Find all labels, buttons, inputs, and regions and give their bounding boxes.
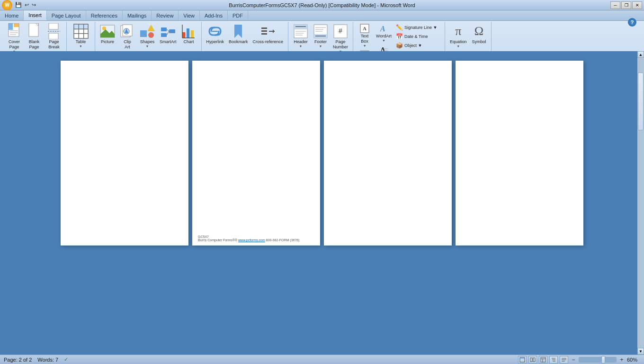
page-1-content: [61, 61, 188, 83]
document-page-2: GC5X7 Burris Computer Forms®® www.pcform…: [192, 61, 320, 83]
restore-button[interactable]: ❐: [621, 1, 631, 9]
object-button[interactable]: 📦 Object ▼: [394, 42, 442, 49]
page-number-icon: #: [333, 24, 348, 39]
svg-text:A: A: [380, 25, 385, 33]
help-button[interactable]: ?: [628, 18, 636, 27]
header-button[interactable]: Header ▼: [291, 23, 310, 49]
wordart-label: WordArt: [376, 34, 392, 39]
smartart-button[interactable]: SmartArt: [158, 23, 179, 46]
svg-line-32: [167, 31, 169, 35]
hyperlink-button[interactable]: Hyperlink: [205, 23, 226, 46]
table-button[interactable]: Table ▼: [72, 23, 90, 49]
svg-rect-46: [294, 25, 307, 29]
blank-page-button[interactable]: BlankPage: [25, 23, 44, 51]
scroll-track[interactable]: [637, 58, 644, 83]
clipart-button[interactable]: ClipArt: [118, 23, 137, 51]
date-time-button[interactable]: 📅 Date & Time: [394, 33, 442, 40]
shapes-label: Shapes: [140, 39, 155, 45]
svg-rect-40: [261, 27, 267, 29]
svg-rect-20: [100, 34, 115, 37]
scroll-up-button[interactable]: ▲: [637, 51, 644, 58]
svg-rect-34: [187, 28, 189, 38]
close-button[interactable]: ✕: [632, 1, 642, 9]
table-arrow: ▼: [79, 45, 82, 48]
tab-pagelayout[interactable]: Page Layout: [47, 10, 86, 20]
svg-rect-2: [14, 23, 19, 27]
page-number-label: PageNumber: [333, 39, 348, 50]
object-label: Object ▼: [404, 43, 422, 48]
redo-quick-button[interactable]: ↪: [31, 2, 37, 8]
smartart-icon: [161, 24, 176, 39]
cross-reference-button[interactable]: Cross-reference: [251, 23, 286, 46]
svg-line-31: [167, 29, 169, 31]
save-quick-button[interactable]: 💾: [14, 2, 23, 8]
cover-page-button[interactable]: CoverPage ▼: [5, 23, 24, 54]
svg-rect-16: [73, 24, 88, 29]
scroll-thumb[interactable]: [638, 73, 644, 83]
document-page-1: [61, 61, 188, 83]
tab-review[interactable]: Review: [152, 10, 179, 20]
undo-quick-button[interactable]: ↩: [24, 2, 30, 8]
wordart-button[interactable]: A WordArt ▼: [374, 23, 394, 43]
window-title: BurrisComputerFormsGC5X7 (Read-Only) [Co…: [0, 2, 644, 8]
shapes-icon: [140, 24, 155, 39]
symbol-icon: Ω: [471, 24, 486, 39]
page-break-button[interactable]: PageBreak: [45, 23, 63, 51]
svg-text:A: A: [363, 26, 367, 31]
tab-addins[interactable]: Add-Ins: [200, 10, 228, 20]
picture-icon: [100, 24, 115, 39]
svg-rect-10: [49, 33, 58, 39]
footer-arrow: ▼: [319, 45, 322, 48]
tab-home[interactable]: Home: [0, 10, 24, 20]
date-time-icon: 📅: [396, 33, 403, 40]
picture-button[interactable]: Picture: [98, 23, 117, 46]
footer-icon: [313, 24, 328, 39]
svg-marker-39: [234, 25, 242, 38]
document-page-4: [456, 61, 583, 83]
ribbon-tabs: Home Insert Page Layout References Maili…: [0, 10, 644, 21]
equation-arrow: ▼: [456, 45, 460, 48]
chart-icon: [181, 24, 197, 39]
symbol-label: Symbol: [472, 39, 486, 45]
svg-rect-1: [9, 23, 13, 30]
text-box-icon: A: [360, 24, 369, 33]
equation-label: Equation: [450, 39, 467, 45]
svg-rect-41: [261, 30, 267, 32]
bookmark-button[interactable]: Bookmark: [227, 23, 250, 46]
window-controls: ─ ❐ ✕: [610, 1, 642, 9]
tab-pdf[interactable]: PDF: [228, 10, 248, 20]
page-4-content: [456, 61, 583, 83]
page-number-button[interactable]: # PageNumber ▼: [331, 23, 350, 54]
wordart-icon: A: [379, 24, 389, 33]
svg-rect-35: [191, 30, 194, 38]
footer-button[interactable]: Footer ▼: [311, 23, 330, 49]
shapes-button[interactable]: Shapes ▼: [138, 23, 157, 49]
blank-page-icon: [27, 24, 42, 39]
svg-marker-44: [273, 29, 275, 33]
table-icon: [73, 24, 89, 39]
minimize-button[interactable]: ─: [610, 1, 620, 9]
svg-rect-30: [169, 29, 175, 33]
symbol-button[interactable]: Ω Symbol: [469, 23, 488, 46]
object-icon: 📦: [396, 42, 403, 49]
svg-text:#: #: [339, 27, 342, 35]
tab-mailings[interactable]: Mailings: [123, 10, 152, 20]
tab-references[interactable]: References: [86, 10, 123, 20]
cross-reference-label: Cross-reference: [253, 39, 284, 45]
tab-insert[interactable]: Insert: [24, 10, 47, 20]
text-box-button[interactable]: A TextBox ▼: [356, 23, 373, 48]
signature-line-button[interactable]: ✏️ Signature Line ▼: [394, 24, 442, 31]
document-page-3: [324, 61, 452, 83]
office-logo[interactable]: W: [2, 0, 12, 10]
chart-button[interactable]: Chart: [179, 23, 198, 46]
bookmark-label: Bookmark: [229, 39, 248, 45]
svg-rect-29: [161, 33, 167, 37]
quick-access-toolbar: 💾 ↩ ↪: [14, 2, 37, 8]
cross-reference-icon: [260, 24, 276, 39]
tab-view[interactable]: View: [179, 10, 200, 20]
footer-label: Footer: [314, 39, 327, 45]
blank-page-label: BlankPage: [29, 39, 40, 50]
hyperlink-icon: [207, 24, 223, 39]
equation-button[interactable]: π Equation ▼: [448, 23, 469, 49]
svg-rect-25: [140, 30, 147, 37]
